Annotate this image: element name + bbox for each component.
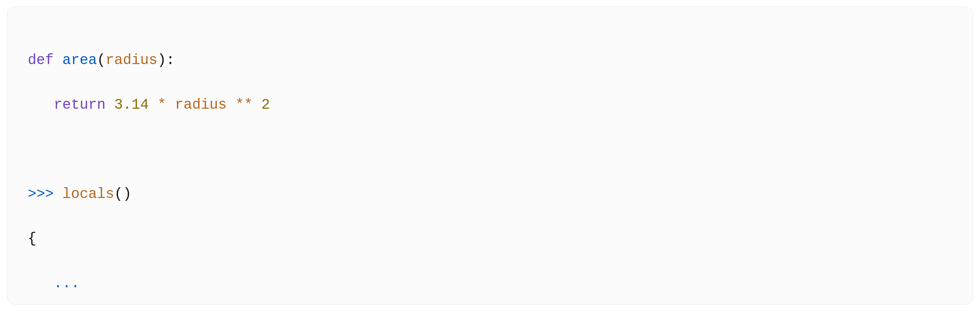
colon: : bbox=[166, 52, 175, 68]
variable-name: radius bbox=[175, 97, 227, 113]
number-literal: 3.14 bbox=[114, 97, 149, 113]
repl-prompt: >>> bbox=[28, 186, 54, 202]
code-line-4: >>> locals() bbox=[28, 183, 952, 206]
code-line-3 bbox=[28, 139, 952, 161]
space bbox=[227, 97, 235, 113]
space bbox=[54, 186, 62, 202]
number-literal: 2 bbox=[261, 97, 270, 113]
space bbox=[54, 52, 62, 68]
paren-close: ) bbox=[158, 52, 166, 68]
paren-open: ( bbox=[97, 52, 105, 68]
code-line-2: return 3.14 * radius ** 2 bbox=[28, 94, 952, 116]
operator-mul: * bbox=[158, 97, 166, 113]
space bbox=[149, 97, 158, 113]
code-line-1: def area(radius): bbox=[28, 49, 952, 71]
operator-pow: ** bbox=[235, 97, 253, 113]
keyword-return: return bbox=[54, 97, 105, 113]
space bbox=[253, 97, 261, 113]
code-line-5: { bbox=[28, 228, 952, 250]
space bbox=[166, 97, 175, 113]
brace-open: { bbox=[28, 231, 37, 247]
indent bbox=[28, 97, 54, 113]
keyword-def: def bbox=[28, 52, 54, 68]
function-name: area bbox=[62, 52, 97, 68]
code-line-6: ... bbox=[28, 273, 952, 295]
paren-close: ) bbox=[123, 186, 132, 202]
param-name: radius bbox=[105, 52, 158, 68]
paren-open: ( bbox=[114, 186, 123, 202]
ellipsis: ... bbox=[54, 275, 80, 292]
code-block: def area(radius): return 3.14 * radius *… bbox=[7, 6, 973, 305]
call-name: locals bbox=[62, 186, 114, 202]
indent bbox=[28, 275, 54, 292]
space bbox=[105, 97, 114, 113]
